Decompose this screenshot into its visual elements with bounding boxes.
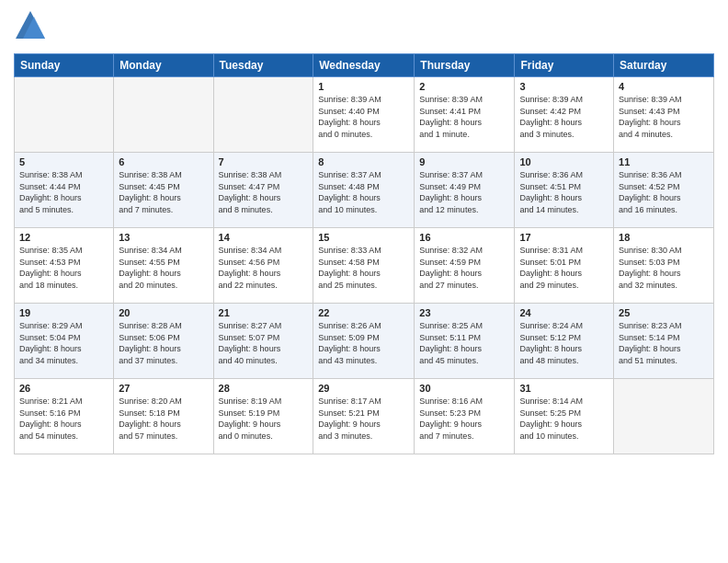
day-number: 18 <box>619 232 709 243</box>
cell-text: Sunrise: 8:38 AMSunset: 4:44 PMDaylight:… <box>19 169 108 215</box>
day-number: 30 <box>419 383 509 394</box>
day-number: 23 <box>419 307 509 318</box>
day-number: 11 <box>619 156 709 167</box>
calendar-cell: 3Sunrise: 8:39 AMSunset: 4:42 PMDaylight… <box>515 77 614 153</box>
day-number: 16 <box>419 232 509 243</box>
cell-text: Sunrise: 8:16 AMSunset: 5:23 PMDaylight:… <box>419 396 509 442</box>
calendar-cell: 27Sunrise: 8:20 AMSunset: 5:18 PMDayligh… <box>114 379 213 454</box>
calendar-cell <box>614 379 714 454</box>
day-number: 3 <box>519 81 609 92</box>
cell-text: Sunrise: 8:14 AMSunset: 5:25 PMDaylight:… <box>519 396 609 442</box>
cell-text: Sunrise: 8:33 AMSunset: 4:58 PMDaylight:… <box>318 245 409 291</box>
calendar-cell: 7Sunrise: 8:38 AMSunset: 4:47 PMDaylight… <box>213 153 313 228</box>
calendar-week-row: 1Sunrise: 8:39 AMSunset: 4:40 PMDaylight… <box>15 77 714 153</box>
cell-text: Sunrise: 8:39 AMSunset: 4:41 PMDaylight:… <box>419 94 509 140</box>
page-header <box>14 9 714 46</box>
cell-text: Sunrise: 8:24 AMSunset: 5:12 PMDaylight:… <box>519 320 609 366</box>
calendar-cell: 12Sunrise: 8:35 AMSunset: 4:53 PMDayligh… <box>15 228 114 304</box>
cell-text: Sunrise: 8:37 AMSunset: 4:49 PMDaylight:… <box>419 169 509 215</box>
day-number: 26 <box>19 383 108 394</box>
calendar-cell: 4Sunrise: 8:39 AMSunset: 4:43 PMDaylight… <box>614 77 714 153</box>
day-number: 19 <box>19 307 108 318</box>
day-number: 28 <box>219 383 309 394</box>
calendar-cell: 16Sunrise: 8:32 AMSunset: 4:59 PMDayligh… <box>415 228 515 304</box>
cell-text: Sunrise: 8:20 AMSunset: 5:18 PMDaylight:… <box>119 396 208 442</box>
day-number: 31 <box>519 383 609 394</box>
calendar-cell: 24Sunrise: 8:24 AMSunset: 5:12 PMDayligh… <box>515 304 614 379</box>
calendar-cell: 13Sunrise: 8:34 AMSunset: 4:55 PMDayligh… <box>114 228 213 304</box>
calendar-cell: 18Sunrise: 8:30 AMSunset: 5:03 PMDayligh… <box>614 228 714 304</box>
calendar-cell <box>15 77 114 153</box>
day-number: 25 <box>619 307 709 318</box>
cell-text: Sunrise: 8:17 AMSunset: 5:21 PMDaylight:… <box>318 396 409 442</box>
day-number: 7 <box>219 156 309 167</box>
weekday-header: Tuesday <box>213 54 313 77</box>
logo-icon <box>14 9 47 42</box>
day-number: 12 <box>19 232 108 243</box>
calendar-cell <box>213 77 313 153</box>
calendar-cell: 22Sunrise: 8:26 AMSunset: 5:09 PMDayligh… <box>313 304 415 379</box>
day-number: 29 <box>318 383 409 394</box>
day-number: 4 <box>619 81 709 92</box>
cell-text: Sunrise: 8:38 AMSunset: 4:47 PMDaylight:… <box>219 169 309 215</box>
calendar-cell: 15Sunrise: 8:33 AMSunset: 4:58 PMDayligh… <box>313 228 415 304</box>
calendar-cell: 21Sunrise: 8:27 AMSunset: 5:07 PMDayligh… <box>213 304 313 379</box>
cell-text: Sunrise: 8:26 AMSunset: 5:09 PMDaylight:… <box>318 320 409 366</box>
cell-text: Sunrise: 8:25 AMSunset: 5:11 PMDaylight:… <box>419 320 509 366</box>
weekday-header: Monday <box>114 54 213 77</box>
weekday-header: Friday <box>515 54 614 77</box>
cell-text: Sunrise: 8:32 AMSunset: 4:59 PMDaylight:… <box>419 245 509 291</box>
cell-text: Sunrise: 8:34 AMSunset: 4:55 PMDaylight:… <box>119 245 208 291</box>
calendar-table: SundayMondayTuesdayWednesdayThursdayFrid… <box>14 53 714 454</box>
day-number: 9 <box>419 156 509 167</box>
weekday-header: Wednesday <box>313 54 415 77</box>
day-number: 5 <box>19 156 108 167</box>
cell-text: Sunrise: 8:23 AMSunset: 5:14 PMDaylight:… <box>619 320 709 366</box>
day-number: 13 <box>119 232 208 243</box>
calendar-week-row: 12Sunrise: 8:35 AMSunset: 4:53 PMDayligh… <box>15 228 714 304</box>
calendar-cell: 6Sunrise: 8:38 AMSunset: 4:45 PMDaylight… <box>114 153 213 228</box>
cell-text: Sunrise: 8:29 AMSunset: 5:04 PMDaylight:… <box>19 320 108 366</box>
day-number: 6 <box>119 156 208 167</box>
calendar-cell: 25Sunrise: 8:23 AMSunset: 5:14 PMDayligh… <box>614 304 714 379</box>
calendar-week-row: 26Sunrise: 8:21 AMSunset: 5:16 PMDayligh… <box>15 379 714 454</box>
weekday-header: Sunday <box>15 54 114 77</box>
day-number: 21 <box>219 307 309 318</box>
cell-text: Sunrise: 8:35 AMSunset: 4:53 PMDaylight:… <box>19 245 108 291</box>
logo <box>14 9 51 46</box>
day-number: 22 <box>318 307 409 318</box>
calendar-cell: 26Sunrise: 8:21 AMSunset: 5:16 PMDayligh… <box>15 379 114 454</box>
calendar-cell: 10Sunrise: 8:36 AMSunset: 4:51 PMDayligh… <box>515 153 614 228</box>
cell-text: Sunrise: 8:27 AMSunset: 5:07 PMDaylight:… <box>219 320 309 366</box>
calendar-cell: 19Sunrise: 8:29 AMSunset: 5:04 PMDayligh… <box>15 304 114 379</box>
calendar-cell: 30Sunrise: 8:16 AMSunset: 5:23 PMDayligh… <box>415 379 515 454</box>
calendar-cell: 14Sunrise: 8:34 AMSunset: 4:56 PMDayligh… <box>213 228 313 304</box>
calendar-cell: 17Sunrise: 8:31 AMSunset: 5:01 PMDayligh… <box>515 228 614 304</box>
day-number: 10 <box>519 156 609 167</box>
day-number: 1 <box>318 81 409 92</box>
cell-text: Sunrise: 8:28 AMSunset: 5:06 PMDaylight:… <box>119 320 208 366</box>
day-number: 17 <box>519 232 609 243</box>
cell-text: Sunrise: 8:38 AMSunset: 4:45 PMDaylight:… <box>119 169 208 215</box>
day-number: 27 <box>119 383 208 394</box>
calendar-cell: 23Sunrise: 8:25 AMSunset: 5:11 PMDayligh… <box>415 304 515 379</box>
calendar-cell: 2Sunrise: 8:39 AMSunset: 4:41 PMDaylight… <box>415 77 515 153</box>
cell-text: Sunrise: 8:39 AMSunset: 4:43 PMDaylight:… <box>619 94 709 140</box>
calendar-cell: 20Sunrise: 8:28 AMSunset: 5:06 PMDayligh… <box>114 304 213 379</box>
cell-text: Sunrise: 8:37 AMSunset: 4:48 PMDaylight:… <box>318 169 409 215</box>
cell-text: Sunrise: 8:39 AMSunset: 4:42 PMDaylight:… <box>519 94 609 140</box>
calendar-cell: 5Sunrise: 8:38 AMSunset: 4:44 PMDaylight… <box>15 153 114 228</box>
calendar-cell: 31Sunrise: 8:14 AMSunset: 5:25 PMDayligh… <box>515 379 614 454</box>
calendar-cell: 8Sunrise: 8:37 AMSunset: 4:48 PMDaylight… <box>313 153 415 228</box>
calendar-cell: 29Sunrise: 8:17 AMSunset: 5:21 PMDayligh… <box>313 379 415 454</box>
calendar-header-row: SundayMondayTuesdayWednesdayThursdayFrid… <box>15 54 714 77</box>
cell-text: Sunrise: 8:19 AMSunset: 5:19 PMDaylight:… <box>219 396 309 442</box>
weekday-header: Saturday <box>614 54 714 77</box>
day-number: 20 <box>119 307 208 318</box>
cell-text: Sunrise: 8:36 AMSunset: 4:51 PMDaylight:… <box>519 169 609 215</box>
cell-text: Sunrise: 8:21 AMSunset: 5:16 PMDaylight:… <box>19 396 108 442</box>
cell-text: Sunrise: 8:36 AMSunset: 4:52 PMDaylight:… <box>619 169 709 215</box>
day-number: 24 <box>519 307 609 318</box>
day-number: 8 <box>318 156 409 167</box>
cell-text: Sunrise: 8:39 AMSunset: 4:40 PMDaylight:… <box>318 94 409 140</box>
